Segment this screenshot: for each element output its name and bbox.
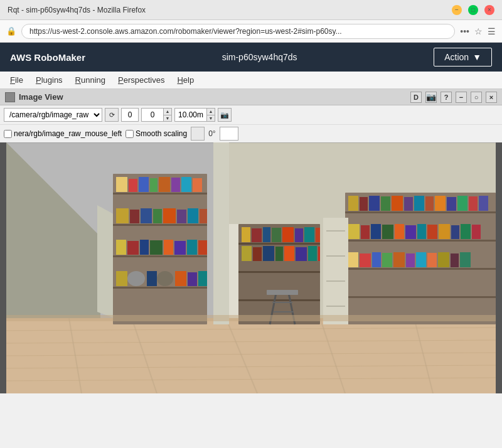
svg-rect-76 (395, 224, 404, 239)
browser-titlebar: Rqt - sim-p60syw4hq7ds - Mozilla Firefox… (0, 0, 502, 20)
menu-running[interactable]: Running (70, 73, 110, 87)
topic-select[interactable]: /camera/rgb/image_raw (4, 108, 102, 122)
address-icons: ••• ☆ ☰ (460, 26, 496, 36)
spin-arrows: ▲ ▼ (164, 108, 172, 122)
refresh-icon: ⟳ (109, 111, 115, 119)
panel-help-button[interactable]: ? (441, 92, 452, 103)
panel-restore-button[interactable]: ○ (471, 92, 482, 103)
svg-rect-84 (348, 252, 358, 267)
svg-rect-32 (141, 208, 152, 223)
svg-rect-52 (198, 271, 207, 286)
svg-rect-87 (382, 253, 392, 267)
svg-rect-92 (438, 252, 449, 267)
svg-rect-67 (435, 196, 446, 211)
menu-help[interactable]: Help (172, 73, 199, 87)
smooth-scaling-checkbox-label[interactable]: Smooth scaling (125, 129, 187, 138)
svg-rect-55 (345, 211, 496, 213)
svg-rect-88 (393, 252, 405, 267)
svg-rect-18 (113, 193, 207, 195)
svg-rect-58 (345, 296, 496, 298)
panel-minimize-button[interactable]: − (456, 92, 467, 103)
svg-rect-36 (188, 208, 198, 223)
svg-rect-50 (175, 271, 186, 286)
image-viewport (0, 142, 502, 393)
svg-rect-104 (295, 228, 303, 242)
menubar: File Plugins Running Perspectives Help (0, 72, 502, 89)
svg-point-49 (157, 271, 173, 286)
close-button[interactable]: × (484, 5, 494, 15)
svg-rect-101 (263, 227, 270, 242)
value-spinbox: ▲ ▼ (141, 108, 172, 122)
svg-rect-96 (238, 243, 320, 245)
panel-d-button[interactable]: D (410, 92, 422, 103)
action-arrow-icon: ▼ (473, 52, 481, 62)
svg-rect-70 (469, 196, 478, 211)
smooth-scaling-label: Smooth scaling (136, 129, 187, 138)
svg-rect-41 (150, 240, 163, 255)
camera-icon: 📷 (220, 111, 229, 119)
action-button[interactable]: Action ▼ (434, 48, 492, 67)
mouse-left-checkbox-label[interactable]: nera/rgb/image_raw_mouse_left (4, 129, 122, 138)
svg-rect-109 (263, 246, 274, 261)
refresh-button[interactable]: ⟳ (105, 108, 119, 122)
address-input[interactable] (21, 24, 455, 39)
browser-addressbar: 🔒 ••• ☆ ☰ (0, 20, 502, 43)
svg-rect-79 (427, 225, 437, 239)
value-input[interactable] (121, 108, 139, 122)
svg-rect-65 (414, 196, 424, 211)
minimize-button[interactable]: − (452, 5, 462, 15)
panel-camera-icon[interactable]: 📷 (425, 92, 437, 103)
menu-perspectives[interactable]: Perspectives (113, 73, 169, 87)
maximize-button[interactable]: □ (468, 5, 478, 15)
svg-rect-63 (392, 196, 403, 211)
svg-rect-86 (372, 252, 381, 267)
range-up[interactable]: ▲ (207, 109, 215, 115)
bookmark-icon[interactable]: ☆ (474, 26, 483, 36)
svg-rect-61 (369, 196, 380, 211)
svg-rect-75 (382, 225, 393, 239)
svg-rect-35 (177, 210, 186, 223)
svg-rect-111 (284, 246, 294, 261)
range-input[interactable] (174, 108, 207, 122)
menu-icon[interactable]: ☰ (488, 26, 496, 36)
browser-title: Rqt - sim-p60syw4hq7ds - Mozilla Firefox (8, 6, 447, 14)
menu-plugins[interactable]: Plugins (31, 73, 68, 87)
spin-up[interactable]: ▲ (164, 109, 171, 115)
ellipsis-icon[interactable]: ••• (460, 26, 469, 36)
color-picker[interactable] (191, 127, 205, 141)
svg-rect-23 (129, 179, 137, 192)
svg-rect-97 (238, 271, 320, 273)
svg-rect-125 (6, 315, 496, 321)
angle-value: 0° (208, 129, 215, 138)
toolbar-row-2: nera/rgb/image_raw_mouse_left Smooth sca… (0, 124, 502, 142)
svg-rect-74 (371, 224, 381, 239)
svg-rect-93 (451, 253, 459, 267)
svg-rect-72 (348, 224, 360, 239)
spin-input[interactable] (141, 108, 164, 122)
camera-button[interactable]: 📷 (218, 108, 232, 122)
svg-rect-59 (348, 196, 358, 211)
angle-input[interactable] (220, 127, 238, 141)
action-label: Action (444, 52, 469, 62)
svg-rect-108 (253, 247, 262, 261)
menu-file[interactable]: File (5, 73, 28, 87)
svg-rect-69 (457, 196, 467, 211)
svg-rect-56 (345, 240, 496, 242)
spin-down[interactable]: ▼ (164, 115, 171, 122)
mouse-left-checkbox[interactable] (4, 130, 12, 138)
range-down[interactable]: ▼ (207, 115, 215, 122)
svg-point-47 (127, 271, 145, 286)
svg-rect-39 (127, 241, 139, 255)
svg-rect-71 (479, 196, 488, 211)
smooth-scaling-checkbox[interactable] (125, 130, 134, 138)
svg-rect-34 (163, 208, 176, 223)
svg-rect-105 (304, 227, 314, 242)
svg-rect-110 (275, 247, 283, 261)
svg-rect-22 (116, 177, 127, 192)
svg-rect-33 (153, 209, 162, 223)
svg-rect-42 (164, 240, 173, 255)
svg-rect-26 (159, 177, 170, 192)
panel-close-button[interactable]: × (486, 92, 497, 103)
svg-rect-21 (113, 287, 207, 289)
svg-rect-29 (193, 178, 202, 192)
